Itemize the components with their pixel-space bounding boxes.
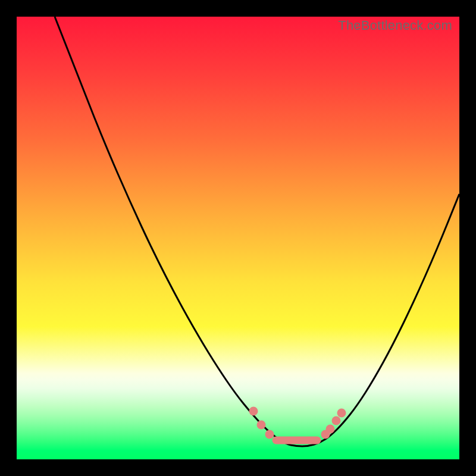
outer-frame: TheBottleneck.com [0,0,476,476]
marker-dot [249,407,258,416]
marker-dot [265,430,274,439]
marker-dot [332,416,341,425]
marker-dot [326,425,335,434]
marker-dot [337,409,346,418]
marker-dot [257,421,266,430]
plot-area: TheBottleneck.com [17,17,459,459]
curve-svg [17,17,459,459]
bottleneck-curve [55,17,459,446]
